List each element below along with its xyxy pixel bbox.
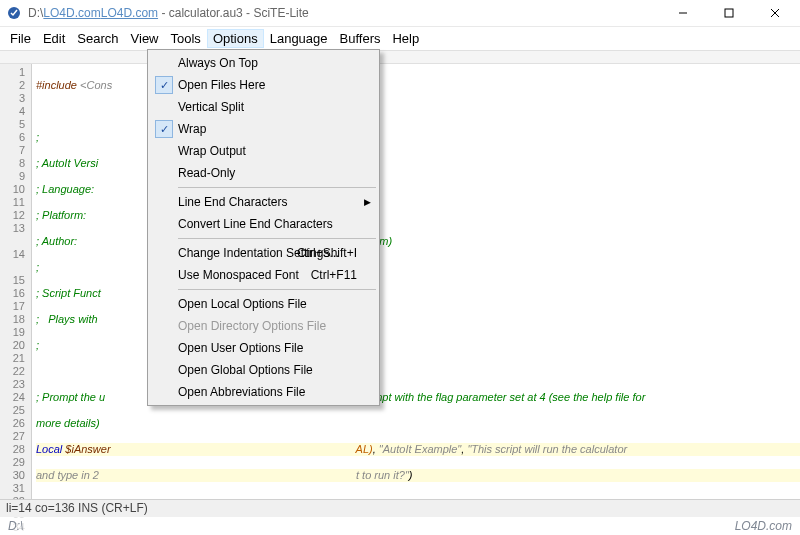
footer-right: LO4D.com: [735, 519, 792, 533]
menu-use-monospaced[interactable]: Use Monospaced FontCtrl+F11: [150, 264, 377, 286]
menu-open-local-options[interactable]: Open Local Options File: [150, 293, 377, 315]
menu-separator: [178, 238, 376, 239]
menu-separator: [178, 289, 376, 290]
code-editor[interactable]: 1234567891011121314151617181920212223242…: [0, 64, 800, 515]
menu-always-on-top[interactable]: Always On Top: [150, 52, 377, 74]
menu-wrap[interactable]: ✓Wrap: [150, 118, 377, 140]
options-dropdown: Always On Top ✓Open Files Here Vertical …: [147, 49, 380, 406]
window-title: D:\LO4D.comLO4D.com - calculator.au3 - S…: [28, 6, 660, 20]
title-bar: D:\LO4D.comLO4D.com - calculator.au3 - S…: [0, 0, 800, 27]
menu-help[interactable]: Help: [386, 29, 425, 48]
minimize-button[interactable]: [660, 0, 706, 27]
menu-open-files-here[interactable]: ✓Open Files Here: [150, 74, 377, 96]
menu-vertical-split[interactable]: Vertical Split: [150, 96, 377, 118]
menu-bar: File Edit Search View Tools Options Lang…: [0, 27, 800, 50]
line-gutter: 1234567891011121314151617181920212223242…: [0, 64, 32, 515]
watermark-footer: D:\ LO4D.com: [0, 517, 800, 535]
menu-open-abbrev[interactable]: Open Abbreviations File: [150, 381, 377, 403]
check-icon: ✓: [155, 120, 173, 138]
menu-convert-line-end[interactable]: Convert Line End Characters: [150, 213, 377, 235]
close-button[interactable]: [752, 0, 798, 27]
menu-open-global-options[interactable]: Open Global Options File: [150, 359, 377, 381]
menu-read-only[interactable]: Read-Only: [150, 162, 377, 184]
menu-line-end-chars[interactable]: Line End Characters▶: [150, 191, 377, 213]
submenu-arrow-icon: ▶: [364, 197, 371, 207]
menu-tools[interactable]: Tools: [165, 29, 207, 48]
menu-options[interactable]: Options: [207, 29, 264, 48]
menu-wrap-output[interactable]: Wrap Output: [150, 140, 377, 162]
toolbar: [0, 50, 800, 64]
svg-rect-2: [725, 9, 733, 17]
menu-open-user-options[interactable]: Open User Options File: [150, 337, 377, 359]
menu-change-indent[interactable]: Change Indentation Settings...Ctrl+Shift…: [150, 242, 377, 264]
status-bar: li=14 co=136 INS (CR+LF): [0, 499, 800, 517]
menu-open-dir-options: Open Directory Options File: [150, 315, 377, 337]
menu-separator: [178, 187, 376, 188]
maximize-button[interactable]: [706, 0, 752, 27]
menu-edit[interactable]: Edit: [37, 29, 71, 48]
menu-file[interactable]: File: [4, 29, 37, 48]
check-icon: ✓: [155, 76, 173, 94]
menu-language[interactable]: Language: [264, 29, 334, 48]
menu-buffers[interactable]: Buffers: [334, 29, 387, 48]
footer-left: D:\: [8, 519, 23, 533]
menu-view[interactable]: View: [125, 29, 165, 48]
menu-search[interactable]: Search: [71, 29, 124, 48]
app-icon: [6, 5, 22, 21]
